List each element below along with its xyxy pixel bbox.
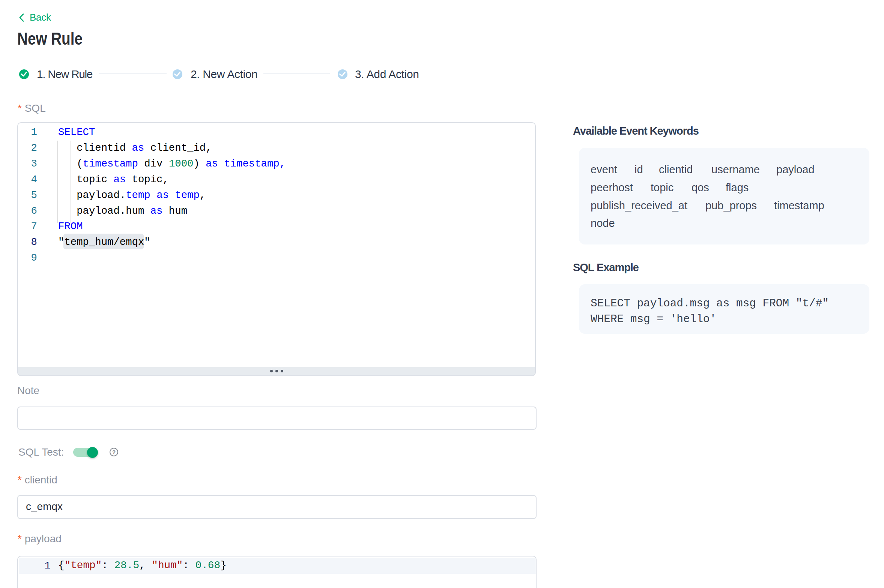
svg-text:?: ? [112, 448, 116, 455]
